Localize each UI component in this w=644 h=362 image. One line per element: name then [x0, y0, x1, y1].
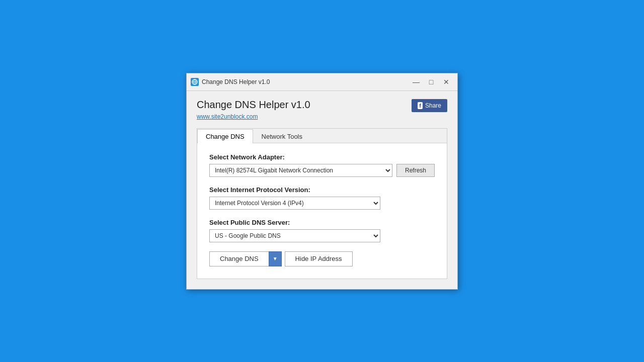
tab-change-dns[interactable]: Change DNS — [197, 129, 253, 143]
facebook-share-button[interactable]: f Share — [412, 99, 447, 112]
refresh-button[interactable]: Refresh — [396, 164, 435, 177]
app-icon — [191, 78, 199, 86]
tab-panel: Change DNS Network Tools Select Network … — [197, 128, 447, 279]
hide-ip-button[interactable]: Hide IP Address — [285, 251, 353, 266]
tab-content: Select Network Adapter: Intel(R) 82574L … — [197, 143, 447, 279]
adapter-row: Intel(R) 82574L Gigabit Network Connecti… — [209, 164, 435, 177]
tab-bar: Change DNS Network Tools — [197, 129, 447, 143]
protocol-group: Select Internet Protocol Version: Intern… — [209, 186, 435, 210]
change-dns-dropdown-button[interactable]: ▼ — [269, 251, 282, 266]
maximize-button[interactable]: □ — [424, 76, 438, 87]
adapter-group: Select Network Adapter: Intel(R) 82574L … — [209, 153, 435, 177]
title-bar-text: Change DNS Helper v1.0 — [202, 78, 406, 85]
adapter-select[interactable]: Intel(R) 82574L Gigabit Network Connecti… — [209, 164, 392, 177]
window-body: Change DNS Helper v1.0 www.site2unblock.… — [187, 91, 457, 289]
close-button[interactable]: ✕ — [439, 76, 453, 87]
protocol-label: Select Internet Protocol Version: — [209, 186, 435, 194]
bottom-actions: Change DNS ▼ Hide IP Address — [209, 251, 435, 266]
window-controls: — □ ✕ — [409, 76, 453, 87]
app-title: Change DNS Helper v1.0 — [197, 99, 310, 111]
dropdown-arrow-icon: ▼ — [273, 256, 278, 261]
dns-select[interactable]: US - Google Public DNS — [209, 229, 380, 242]
adapter-label: Select Network Adapter: — [209, 153, 435, 161]
header-left: Change DNS Helper v1.0 www.site2unblock.… — [197, 99, 310, 120]
header-area: Change DNS Helper v1.0 www.site2unblock.… — [197, 99, 447, 120]
tab-network-tools[interactable]: Network Tools — [253, 129, 311, 143]
dns-group: Select Public DNS Server: US - Google Pu… — [209, 219, 435, 242]
main-window: Change DNS Helper v1.0 — □ ✕ Change DNS … — [186, 73, 458, 290]
minimize-button[interactable]: — — [409, 76, 423, 87]
title-bar: Change DNS Helper v1.0 — □ ✕ — [187, 73, 457, 91]
share-label: Share — [425, 102, 441, 109]
fb-icon: f — [418, 102, 423, 109]
protocol-select[interactable]: Internet Protocol Version 4 (IPv4) — [209, 197, 380, 210]
dns-label: Select Public DNS Server: — [209, 219, 435, 226]
change-dns-button[interactable]: Change DNS — [209, 251, 269, 266]
website-link[interactable]: www.site2unblock.com — [197, 113, 258, 120]
